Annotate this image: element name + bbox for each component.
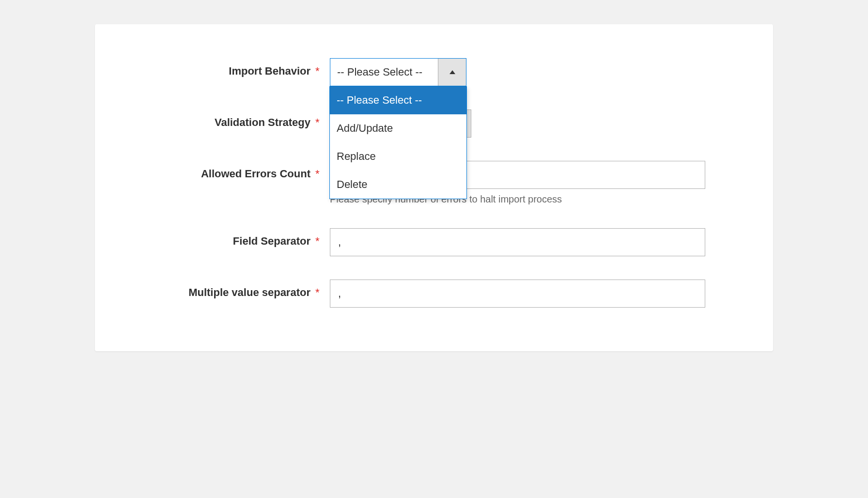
form-card: Import Behavior * -- Please Select -- --…: [95, 24, 773, 351]
required-asterisk: *: [315, 228, 330, 248]
import-behavior-row: Import Behavior * -- Please Select -- --…: [124, 58, 744, 86]
dropdown-option-delete[interactable]: Delete: [330, 171, 466, 199]
field-separator-field: [330, 228, 744, 256]
dropdown-option-please-select[interactable]: -- Please Select --: [330, 86, 466, 114]
import-behavior-field: -- Please Select -- -- Please Select -- …: [330, 58, 744, 86]
multiple-value-separator-field: [330, 280, 744, 308]
select-arrow-button[interactable]: [438, 59, 466, 86]
field-separator-row: Field Separator *: [124, 228, 744, 256]
svg-marker-0: [450, 70, 455, 74]
required-asterisk: *: [315, 58, 330, 78]
field-separator-input[interactable]: [330, 228, 705, 256]
field-separator-label: Field Separator: [124, 228, 315, 248]
required-asterisk: *: [315, 280, 330, 299]
required-asterisk: *: [315, 161, 330, 180]
dropdown-option-add-update[interactable]: Add/Update: [330, 114, 466, 142]
import-behavior-select[interactable]: -- Please Select --: [330, 58, 466, 86]
caret-up-icon: [449, 70, 456, 75]
import-behavior-label: Import Behavior: [124, 58, 315, 78]
import-behavior-dropdown: -- Please Select -- Add/Update Replace D…: [329, 86, 467, 199]
allowed-errors-count-label: Allowed Errors Count: [124, 161, 315, 180]
required-asterisk: *: [315, 109, 330, 129]
dropdown-option-replace[interactable]: Replace: [330, 142, 466, 171]
multiple-value-separator-label: Multiple value separator: [124, 280, 315, 299]
import-behavior-selected-value: -- Please Select --: [330, 59, 438, 86]
import-behavior-select-wrapper: -- Please Select -- -- Please Select -- …: [330, 58, 466, 86]
multiple-value-separator-input[interactable]: [330, 280, 705, 308]
multiple-value-separator-row: Multiple value separator *: [124, 280, 744, 308]
validation-strategy-label: Validation Strategy: [124, 109, 315, 129]
